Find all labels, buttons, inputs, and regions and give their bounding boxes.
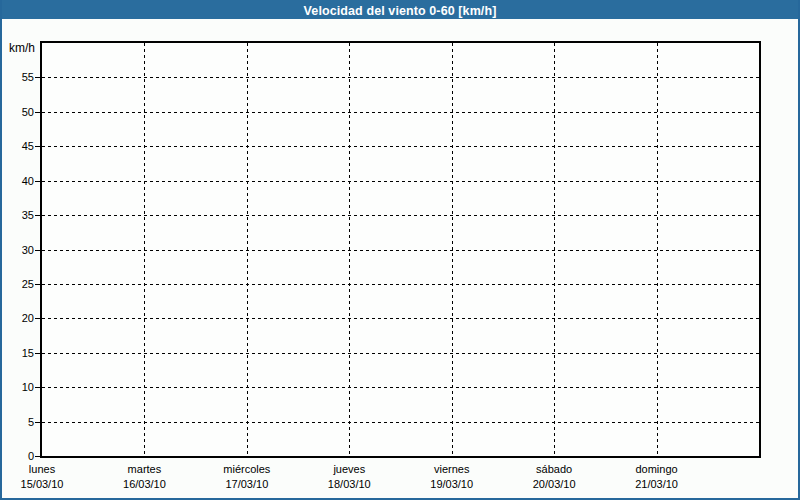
x-gridline [554, 43, 555, 456]
x-axis-day-name: martes [123, 462, 166, 477]
plot-area: km/h 0510152025303540455055lunes15/03/10… [40, 41, 761, 458]
y-axis-tick [35, 422, 40, 423]
x-axis-date: 18/03/10 [328, 477, 371, 492]
x-axis-category-label: domingo21/03/10 [635, 462, 678, 492]
x-axis-category-label: lunes15/03/10 [21, 462, 64, 492]
y-axis-tick [35, 250, 40, 251]
y-axis-tick-label: 5 [28, 416, 34, 428]
x-gridline [657, 43, 658, 456]
y-axis-tick [35, 112, 40, 113]
y-gridline [42, 112, 759, 113]
y-axis-unit-label: km/h [9, 41, 35, 55]
y-axis-tick [35, 387, 40, 388]
y-axis-tick [35, 77, 40, 78]
y-axis-tick-label: 55 [22, 71, 34, 83]
y-gridline [42, 250, 759, 251]
y-gridline [42, 77, 759, 78]
x-axis-date: 20/03/10 [533, 477, 576, 492]
x-axis-day-name: miércoles [223, 462, 270, 477]
x-axis-category-label: viernes19/03/10 [430, 462, 473, 492]
x-gridline [452, 43, 453, 456]
y-gridline [42, 215, 759, 216]
x-axis-date: 17/03/10 [223, 477, 270, 492]
x-gridline [349, 43, 350, 456]
y-axis-tick-label: 15 [22, 347, 34, 359]
y-axis-tick-label: 10 [22, 381, 34, 393]
y-gridline [42, 318, 759, 319]
chart-title-bar: Velocidad del viento 0-60 [km/h] [0, 0, 800, 19]
x-axis-date: 15/03/10 [21, 477, 64, 492]
x-axis-category-label: miércoles17/03/10 [223, 462, 270, 492]
x-axis-date: 19/03/10 [430, 477, 473, 492]
y-gridline [42, 387, 759, 388]
x-axis-day-name: domingo [635, 462, 678, 477]
y-axis-tick-label: 35 [22, 209, 34, 221]
x-axis-day-name: viernes [430, 462, 473, 477]
y-axis-tick-label: 0 [28, 450, 34, 462]
y-gridline [42, 146, 759, 147]
y-axis-tick [35, 215, 40, 216]
chart-window: Velocidad del viento 0-60 [km/h] km/h 05… [0, 0, 800, 500]
y-axis-tick-label: 40 [22, 175, 34, 187]
y-axis-tick-label: 30 [22, 244, 34, 256]
y-axis-tick [35, 284, 40, 285]
x-axis-category-label: sábado20/03/10 [533, 462, 576, 492]
x-axis-date: 16/03/10 [123, 477, 166, 492]
y-axis-tick [35, 146, 40, 147]
y-gridline [42, 284, 759, 285]
x-axis-day-name: sábado [533, 462, 576, 477]
x-axis-day-name: jueves [328, 462, 371, 477]
x-axis-category-label: martes16/03/10 [123, 462, 166, 492]
x-axis-category-label: jueves18/03/10 [328, 462, 371, 492]
y-axis-tick [35, 318, 40, 319]
y-gridline [42, 422, 759, 423]
x-gridline [247, 43, 248, 456]
y-gridline [42, 353, 759, 354]
x-axis-day-name: lunes [21, 462, 64, 477]
y-axis-tick-label: 25 [22, 278, 34, 290]
y-axis-tick-label: 20 [22, 312, 34, 324]
y-axis-tick-label: 50 [22, 106, 34, 118]
y-axis-tick-label: 45 [22, 140, 34, 152]
x-axis-date: 21/03/10 [635, 477, 678, 492]
y-gridline [42, 181, 759, 182]
y-axis-tick [35, 181, 40, 182]
y-axis-tick [35, 456, 40, 457]
y-axis-tick [35, 353, 40, 354]
chart-title: Velocidad del viento 0-60 [km/h] [304, 4, 497, 18]
x-gridline [144, 43, 145, 456]
